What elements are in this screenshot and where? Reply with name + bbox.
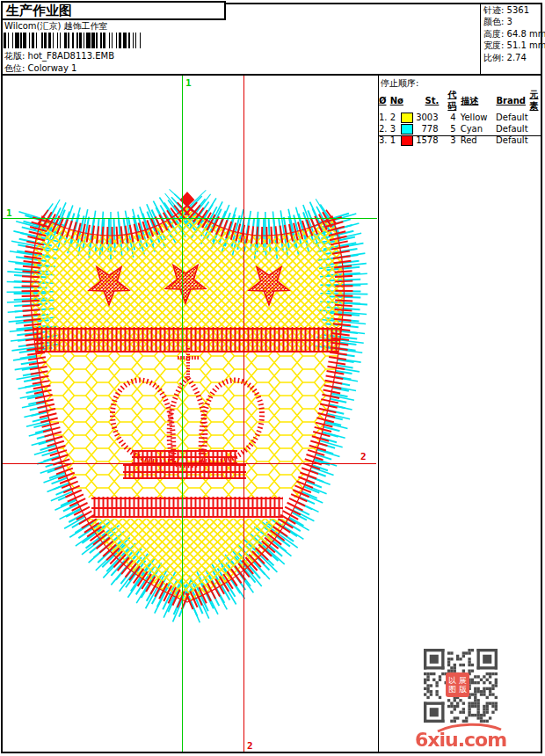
col-header: Ø xyxy=(379,95,390,106)
col-header: 描述 xyxy=(456,95,494,106)
colorway-line: 色位: Colorway 1 xyxy=(4,62,76,75)
design-stats: 针迹: 5361颜色: 3高度: 64.8 mm宽度: 51.1 mm比例: 2… xyxy=(480,4,542,74)
studio-name: Wilcom(汇京) 越饰工作室 xyxy=(4,20,108,33)
col-header: 元素 xyxy=(529,89,542,112)
embroidery-design-canvas: 1 1 2 2 xyxy=(3,76,377,752)
stat-row: 高度: 64.8 mm xyxy=(481,28,542,40)
red-horizontal-guide-label: 2 xyxy=(360,451,367,462)
colorway-label: 色位: xyxy=(4,63,25,73)
col-header: 代码 xyxy=(439,89,456,112)
thread-color-swatch xyxy=(401,113,413,123)
stop-table-row: 1.230034YellowDefault xyxy=(379,112,542,123)
pattern-value: hot_F8AD8113.EMB xyxy=(28,51,114,61)
panel-divider xyxy=(378,76,379,752)
site-logo: 6xiu.com xyxy=(415,723,506,752)
colorway-value: Colorway 1 xyxy=(28,63,77,73)
stat-row: 颜色: 3 xyxy=(481,16,542,27)
stat-row: 宽度: 51.1 mm xyxy=(481,40,542,51)
barcode xyxy=(4,33,143,48)
stop-sequence-title: 停止顺序: xyxy=(381,77,418,90)
stamp-character: 展 xyxy=(458,676,469,685)
production-worksheet: 生产作业图 Wilcom(汇京) 越饰工作室 花版: hot_F8AD8113.… xyxy=(0,0,545,756)
page-title: 生产作业图 xyxy=(1,1,226,20)
stat-row: 比例: 2.74 xyxy=(481,52,542,63)
green-vertical-guide-label: 1 xyxy=(185,77,192,89)
qr-code: 以展图版 xyxy=(424,649,498,723)
stop-table-header: ØNøSt.代码描述Brand元素 xyxy=(379,89,542,112)
green-horizontal-guide-label: 1 xyxy=(6,207,12,219)
thread-color-swatch xyxy=(401,135,413,146)
red-vertical-guide-label: 2 xyxy=(247,740,253,752)
pattern-file-line: 花版: hot_F8AD8113.EMB xyxy=(4,50,114,62)
col-header: Brand xyxy=(494,95,529,106)
stat-row: 针迹: 5361 xyxy=(481,4,542,16)
stamp-character: 图 xyxy=(447,685,458,694)
red-stamp: 以展图版 xyxy=(446,672,469,697)
stamp-character: 以 xyxy=(447,676,458,685)
pattern-label: 花版: xyxy=(4,51,25,61)
stop-sequence-table: ØNøSt.代码描述Brand元素1.230034YellowDefault2.… xyxy=(379,89,542,146)
thread-color-swatch xyxy=(401,124,413,134)
col-header: St. xyxy=(415,95,439,106)
stop-table-row: 2.37785CyanDefault xyxy=(379,123,542,134)
site-logo-text: 6xiu.com xyxy=(415,729,506,751)
stamp-character: 版 xyxy=(458,685,469,694)
col-header: Nø xyxy=(390,95,402,106)
table-bottom-border xyxy=(379,135,542,136)
